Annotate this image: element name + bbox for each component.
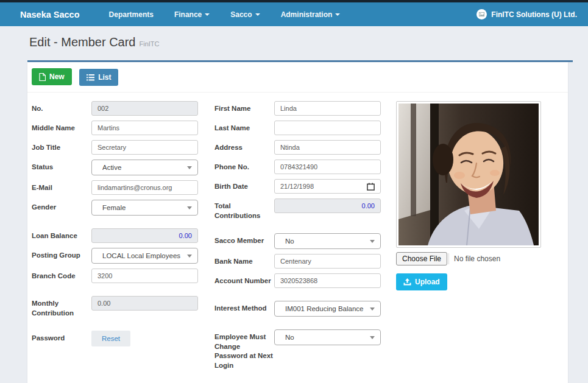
- field-job-title: Job Title Secretary: [32, 140, 198, 155]
- company-menu[interactable]: FinITC Solutions (U) Ltd.: [476, 9, 577, 19]
- field-sacco-member: Sacco Member No: [214, 233, 381, 249]
- reset-password-button[interactable]: Reset: [91, 331, 130, 346]
- field-middle-name: Middle Name Martins: [32, 121, 198, 135]
- nav-item-administration[interactable]: Administration: [281, 10, 341, 19]
- nav-item-finance[interactable]: Finance: [174, 10, 210, 19]
- status-select[interactable]: Active: [91, 160, 198, 175]
- chevron-down-icon: [255, 13, 260, 16]
- navbar: Naseka Sacco Departments Finance Sacco A…: [0, 2, 588, 26]
- email-input[interactable]: lindamartins@cronus.org: [91, 180, 198, 195]
- form-column-middle: First Name Linda Last Name Address Ntind…: [214, 101, 381, 375]
- field-interest-method: Interest Method IM001 Reducing Balance: [214, 301, 381, 317]
- no-field: 002: [91, 101, 198, 116]
- field-no: No. 002: [32, 101, 198, 116]
- upload-icon: [403, 278, 411, 286]
- new-file-icon: [39, 73, 46, 81]
- member-photo: [396, 101, 541, 248]
- chevron-down-icon: [335, 13, 340, 16]
- photo-icon: [479, 12, 484, 17]
- toolbar: New List: [27, 62, 568, 93]
- field-first-name: First Name Linda: [214, 101, 381, 116]
- chevron-down-icon: [187, 206, 192, 209]
- field-bank-name: Bank Name Centenary: [214, 254, 381, 269]
- field-address: Address Ntinda: [214, 140, 381, 155]
- divider: [448, 253, 449, 264]
- first-name-input[interactable]: Linda: [274, 101, 381, 116]
- calendar-icon: [367, 183, 375, 191]
- field-email: E-Mail lindamartins@cronus.org: [32, 180, 198, 195]
- field-monthly-contribution: Monthly Contribution 0.00: [32, 296, 198, 318]
- posting-group-select[interactable]: LOCAL Local Employees: [91, 248, 198, 264]
- total-contributions-field: 0.00: [274, 199, 381, 213]
- field-posting-group: Posting Group LOCAL Local Employees: [32, 248, 198, 264]
- field-total-contributions: Total Contributions 0.00: [214, 199, 381, 220]
- nav-item-departments[interactable]: Departments: [109, 10, 154, 19]
- nav-item-sacco[interactable]: Sacco: [230, 10, 260, 19]
- address-input[interactable]: Ntinda: [274, 140, 381, 155]
- field-status: Status Active: [32, 160, 198, 175]
- field-last-name: Last Name: [214, 121, 381, 135]
- file-chosen-status: No file chosen: [454, 255, 500, 263]
- avatar: [476, 9, 487, 19]
- page-title: Edit - Member Card: [29, 35, 136, 49]
- branch-code-input[interactable]: 3200: [91, 269, 198, 283]
- field-loan-balance: Loan Balance 0.00: [32, 228, 198, 243]
- list-button[interactable]: List: [79, 69, 118, 86]
- page-subtitle: FinITC: [140, 40, 160, 47]
- loan-balance-field: 0.00: [91, 228, 198, 243]
- list-icon: [87, 74, 94, 81]
- chevron-down-icon: [370, 240, 375, 243]
- field-branch-code: Branch Code 3200: [32, 269, 198, 283]
- gender-select[interactable]: Female: [91, 200, 198, 216]
- brand-logo[interactable]: Naseka Sacco: [20, 10, 80, 19]
- member-portrait-image: [398, 104, 539, 245]
- chevron-down-icon: [187, 166, 192, 169]
- field-employee-must-change-password: Employee Must Change Password at Next Lo…: [214, 329, 381, 370]
- field-account-number: Account Number 3020523868: [214, 273, 381, 288]
- field-gender: Gender Female: [32, 200, 198, 216]
- field-password: Password Reset: [32, 331, 198, 346]
- birth-date-input[interactable]: 21/12/1998: [274, 179, 381, 194]
- field-birth-date: Birth Date 21/12/1998: [214, 179, 381, 194]
- member-form: No. 002 Middle Name Martins Job Title Se…: [27, 93, 568, 375]
- middle-name-input[interactable]: Martins: [91, 121, 198, 135]
- sacco-member-select[interactable]: No: [274, 233, 381, 249]
- chevron-down-icon: [370, 307, 375, 311]
- interest-method-select[interactable]: IM001 Reducing Balance: [274, 301, 381, 317]
- last-name-input[interactable]: [274, 121, 381, 135]
- job-title-input[interactable]: Secretary: [91, 140, 198, 155]
- chevron-down-icon: [370, 336, 375, 339]
- form-column-left: No. 002 Middle Name Martins Job Title Se…: [32, 101, 198, 375]
- photo-column: Choose File No file chosen Upload: [396, 101, 542, 375]
- bank-name-input[interactable]: Centenary: [274, 254, 381, 269]
- new-button[interactable]: New: [32, 68, 72, 85]
- chevron-down-icon: [205, 13, 210, 16]
- employee-must-change-password-select[interactable]: No: [274, 329, 381, 345]
- member-card-panel: New List No. 002 Middle Name Martins Job…: [27, 62, 568, 383]
- field-phone: Phone No. 0784321490: [214, 160, 381, 174]
- phone-input[interactable]: 0784321490: [274, 160, 381, 174]
- file-upload-row: Choose File No file chosen: [396, 252, 542, 265]
- upload-row: Upload: [396, 273, 542, 290]
- company-name: FinITC Solutions (U) Ltd.: [491, 10, 577, 19]
- account-number-input[interactable]: 3020523868: [274, 273, 381, 288]
- chevron-down-icon: [187, 255, 192, 258]
- monthly-contribution-field: 0.00: [91, 296, 198, 311]
- choose-file-button[interactable]: Choose File: [396, 252, 447, 265]
- page-header: Edit - Member CardFinITC: [0, 26, 588, 55]
- upload-button[interactable]: Upload: [396, 273, 447, 290]
